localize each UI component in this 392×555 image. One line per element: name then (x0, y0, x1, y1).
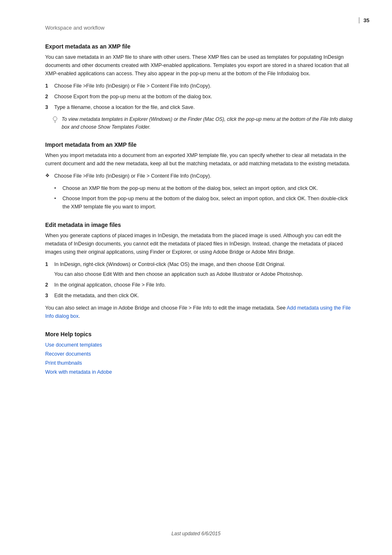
import-sub-bullets: • Choose an XMP file from the pop-up men… (54, 184, 355, 211)
edit-metadata-title: Edit metadata in image files (45, 222, 355, 228)
import-diamond-list: ❖ Choose File >File Info (InDesign) or F… (45, 172, 355, 180)
import-metadata-section: Import metadata from an XMP file When yo… (45, 141, 355, 211)
edit-step-3: 3 Edit the metadata, and then click OK. (45, 291, 355, 300)
note-box: To view metadata templates in Explorer (… (52, 116, 355, 131)
export-metadata-title: Export metadata as an XMP file (45, 43, 355, 50)
edit-step-2-text: In the original application, choose File… (54, 281, 166, 289)
edit-step-3-text: Edit the metadata, and then click OK. (54, 291, 139, 300)
export-step-2: 2 Choose Export from the pop-up menu at … (45, 92, 355, 101)
edit-metadata-section: Edit metadata in image files When you ge… (45, 222, 355, 320)
help-link-item-4: Work with metadata in Adobe (45, 369, 355, 375)
import-metadata-title: Import metadata from an XMP file (45, 141, 355, 148)
diamond-marker: ❖ (45, 172, 51, 180)
edit-trailing-before-link: You can also select an image in Adobe Br… (45, 305, 287, 311)
svg-point-2 (55, 122, 55, 123)
edit-steps-list: 1 In InDesign, right-click (Windows) or … (45, 260, 355, 300)
export-step-3: 3 Type a filename, choose a location for… (45, 103, 355, 111)
help-link-4[interactable]: Work with metadata in Adobe (45, 369, 112, 375)
edit-step-num-1: 1 (45, 260, 51, 268)
page-number: 35 (359, 17, 369, 23)
edit-trailing-after-link: . (78, 313, 80, 319)
step-num-3: 3 (45, 103, 51, 111)
more-help-section: More Help topics Use document templates … (45, 331, 355, 375)
import-diamond-item: ❖ Choose File >File Info (InDesign) or F… (45, 172, 355, 180)
import-diamond-text: Choose File >File Info (InDesign) or Fil… (54, 172, 211, 180)
step-num-2: 2 (45, 92, 51, 101)
bullet-marker-2: • (54, 194, 59, 211)
help-link-3[interactable]: Print thumbnails (45, 360, 82, 366)
export-step-3-text: Type a filename, choose a location for t… (54, 103, 195, 111)
section-header: Workspace and workflow (45, 25, 355, 31)
help-link-1[interactable]: Use document templates (45, 342, 102, 348)
page-footer: Last updated 6/6/2015 (0, 531, 392, 536)
edit-step-1-sub: You can also choose Edit With and then c… (54, 271, 303, 277)
step-num-1: 1 (45, 82, 51, 90)
import-metadata-intro: When you import metadata into a document… (45, 151, 355, 168)
import-sub-bullet-1-text: Choose an XMP file from the pop-up menu … (62, 184, 318, 192)
import-sub-bullet-2-text: Choose Import from the pop-up menu at th… (62, 194, 355, 211)
export-step-2-text: Choose Export from the pop-up menu at th… (54, 92, 212, 101)
export-step-1-text: Choose File >File Info (InDesign) or Fil… (54, 82, 211, 90)
help-link-item-1: Use document templates (45, 342, 355, 348)
edit-step-1-text: In InDesign, right-click (Windows) or Co… (54, 260, 285, 268)
more-help-links-list: Use document templates Recover documents… (45, 342, 355, 375)
bullet-marker-1: • (54, 184, 59, 192)
edit-trailing-text: You can also select an image in Adobe Br… (45, 304, 355, 320)
import-sub-bullet-2: • Choose Import from the pop-up menu at … (54, 194, 355, 211)
edit-step-num-2: 2 (45, 281, 51, 289)
help-link-2[interactable]: Recover documents (45, 351, 91, 357)
note-text: To view metadata templates in Explorer (… (62, 116, 355, 131)
export-metadata-section: Export metadata as an XMP file You can s… (45, 43, 355, 131)
page-container: 35 Workspace and workflow Export metadat… (0, 0, 392, 555)
more-help-title: More Help topics (45, 331, 355, 338)
note-icon (52, 116, 58, 123)
export-step-1: 1 Choose File >File Info (InDesign) or F… (45, 82, 355, 90)
edit-step-2: 2 In the original application, choose Fi… (45, 281, 355, 289)
edit-metadata-intro: When you generate captions of placed ima… (45, 231, 355, 256)
help-link-item-3: Print thumbnails (45, 360, 355, 366)
edit-step-num-3: 3 (45, 291, 51, 300)
edit-step-1: 1 In InDesign, right-click (Windows) or … (45, 260, 355, 278)
help-link-item-2: Recover documents (45, 351, 355, 357)
import-sub-bullet-1: • Choose an XMP file from the pop-up men… (54, 184, 355, 192)
export-steps-list: 1 Choose File >File Info (InDesign) or F… (45, 82, 355, 111)
svg-point-0 (53, 117, 57, 121)
export-metadata-intro: You can save metadata in an XMP file to … (45, 53, 355, 78)
